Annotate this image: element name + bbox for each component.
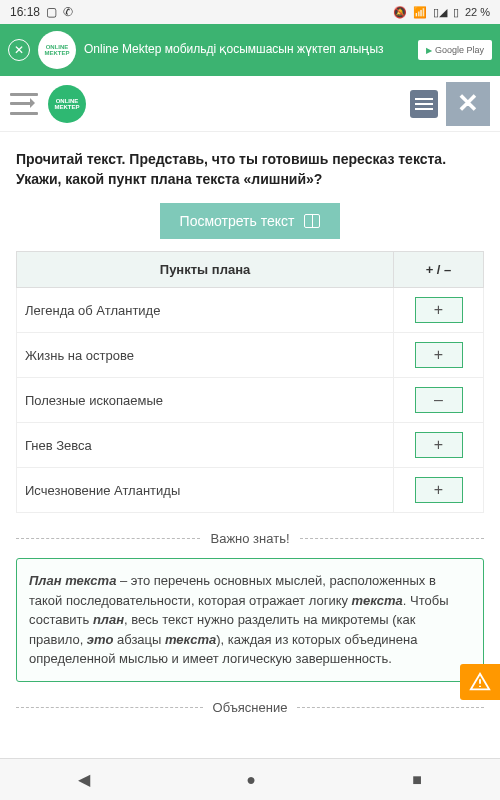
home-button[interactable]: ● [246, 771, 256, 789]
app-header: ONLINE MEKTEP ✕ [0, 76, 500, 132]
google-play-button[interactable]: Google Play [418, 40, 492, 60]
info-box: План текста – это перечень основных мысл… [16, 558, 484, 682]
question-text: Прочитай текст. Представь, что ты готови… [16, 150, 484, 189]
header-logo[interactable]: ONLINE MEKTEP [48, 85, 86, 123]
view-text-button[interactable]: Посмотреть текст [160, 203, 341, 239]
view-text-label: Посмотреть текст [180, 213, 295, 229]
status-bar: 16:18 ▢ ✆ 🔕 📶 ▯◢ ▯ 22 % [0, 0, 500, 24]
promo-logo: ONLINE MEKTEP [38, 31, 76, 69]
promo-banner: ✕ ONLINE MEKTEP Online Mektep мобильді қ… [0, 24, 500, 76]
mute-icon: 🔕 [393, 6, 407, 19]
table-row: Легенда об Атлантиде+ [17, 288, 484, 333]
gallery-icon: ▢ [46, 5, 57, 19]
promo-text: Online Mektep мобильді қосымшасын жүктеп… [84, 42, 410, 58]
battery-icon: ▯ [453, 6, 459, 19]
divider-important: Важно знать! [16, 531, 484, 546]
mark-box[interactable]: + [415, 342, 463, 368]
battery-pct: 22 % [465, 6, 490, 18]
table-row: Исчезновение Атлантиды+ [17, 468, 484, 513]
main-content: Прочитай текст. Представь, что ты готови… [0, 132, 500, 715]
book-icon [304, 214, 320, 228]
warning-button[interactable] [460, 664, 500, 700]
menu-icon[interactable] [10, 93, 38, 115]
table-row: Гнев Зевса+ [17, 423, 484, 468]
android-nav-bar: ◀ ● ■ [0, 758, 500, 800]
close-button[interactable]: ✕ [446, 82, 490, 126]
mark-box[interactable]: + [415, 477, 463, 503]
status-time: 16:18 [10, 5, 40, 19]
col-header-plan: Пункты плана [17, 252, 394, 288]
mark-box[interactable]: + [415, 432, 463, 458]
promo-close-button[interactable]: ✕ [8, 39, 30, 61]
divider-explanation: Объяснение [16, 700, 484, 715]
signal-icon: ▯◢ [433, 6, 447, 19]
table-row: Жизнь на острове+ [17, 333, 484, 378]
wifi-icon: 📶 [413, 6, 427, 19]
warning-icon [469, 671, 491, 693]
plan-table: Пункты плана + / – Легенда об Атлантиде+… [16, 251, 484, 513]
list-icon[interactable] [410, 90, 438, 118]
whatsapp-icon: ✆ [63, 5, 73, 19]
col-header-mark: + / – [394, 252, 484, 288]
mark-box[interactable]: + [415, 297, 463, 323]
back-button[interactable]: ◀ [78, 770, 90, 789]
recent-button[interactable]: ■ [412, 771, 422, 789]
mark-box[interactable]: – [415, 387, 463, 413]
table-row: Полезные ископаемые– [17, 378, 484, 423]
